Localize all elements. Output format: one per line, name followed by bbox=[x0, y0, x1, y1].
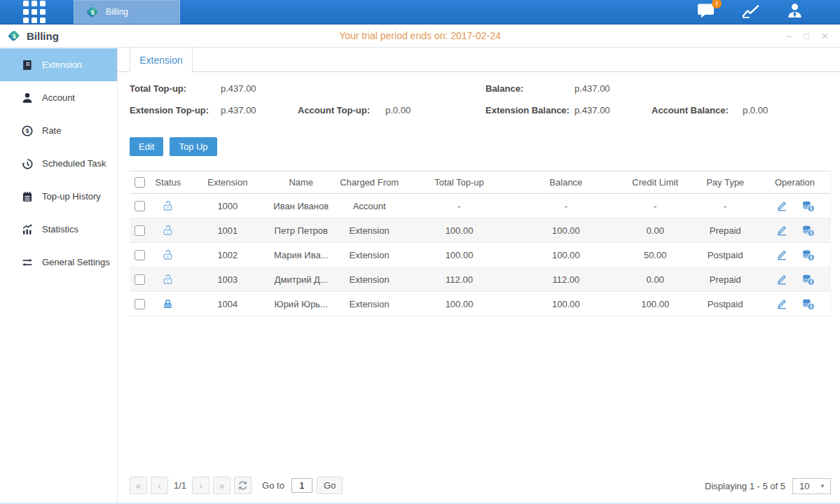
last-page-button[interactable]: » bbox=[213, 477, 230, 494]
select-all-checkbox[interactable] bbox=[135, 177, 145, 188]
col-status: Status bbox=[151, 177, 186, 188]
top-up-row-icon[interactable]: $ bbox=[801, 248, 815, 262]
edit-row-icon[interactable] bbox=[775, 297, 789, 311]
row-checkbox[interactable] bbox=[135, 225, 145, 236]
edit-row-icon[interactable] bbox=[775, 272, 789, 286]
sidebar-item-topup-history[interactable]: Top-up History bbox=[0, 180, 117, 213]
tab-label: Extension bbox=[139, 55, 182, 66]
sidebar-item-account[interactable]: Account bbox=[0, 81, 117, 114]
toolbar: Edit Top Up bbox=[130, 137, 840, 156]
table-row: 1003 Дмитрий Д... Extension 112.00 112.0… bbox=[130, 267, 830, 292]
cell-charged-from: Account bbox=[333, 201, 406, 211]
top-up-row-icon[interactable]: $ bbox=[801, 297, 815, 312]
sidebar-item-general-settings[interactable]: General Settings bbox=[0, 246, 117, 279]
extension-page: Extension Total Top-up: p.437.00 Balance… bbox=[118, 48, 840, 503]
taskbar-billing-app[interactable]: $ Billing bbox=[74, 0, 180, 24]
go-button[interactable]: Go bbox=[317, 477, 343, 494]
first-page-button[interactable]: « bbox=[130, 477, 147, 494]
table-row: 1000 Иван Иванов Account - - - - bbox=[130, 194, 830, 218]
cell-pay-type: Prepaid bbox=[691, 274, 759, 285]
minimize-icon[interactable]: – bbox=[787, 31, 792, 41]
cell-balance: - bbox=[512, 201, 619, 211]
col-pay-type: Pay Type bbox=[691, 177, 759, 188]
sidebar-item-extension[interactable]: Extension bbox=[0, 48, 117, 81]
edit-button[interactable]: Edit bbox=[130, 137, 163, 156]
user-account-icon[interactable] bbox=[786, 2, 804, 22]
page-size-select[interactable]: 10 ▼ bbox=[792, 478, 831, 494]
sidebar-item-label: General Settings bbox=[42, 257, 110, 267]
svg-text:$: $ bbox=[809, 304, 812, 309]
cell-credit-limit: 50.00 bbox=[619, 250, 691, 260]
system-topbar: $ Billing ! bbox=[0, 0, 840, 24]
row-checkbox[interactable] bbox=[135, 299, 145, 309]
table-header-row: Status Extension Name Charged From Total… bbox=[130, 171, 830, 194]
sidebar: Extension Account $ Rate bbox=[0, 48, 118, 503]
cell-balance: 112.00 bbox=[512, 274, 619, 285]
total-topup-label: Total Top-up: bbox=[130, 83, 186, 94]
top-up-row-icon[interactable]: $ bbox=[801, 223, 815, 238]
sidebar-item-label: Extension bbox=[42, 59, 82, 70]
pagination: « ‹ 1/1 › » Go to Go bbox=[130, 477, 343, 494]
page-size-value: 10 bbox=[799, 481, 809, 491]
sidebar-item-label: Statistics bbox=[42, 224, 78, 234]
row-checkbox[interactable] bbox=[135, 250, 145, 260]
window-titlebar: $ Billing Your trial period ends on: 201… bbox=[0, 24, 840, 48]
cell-extension: 1001 bbox=[186, 225, 270, 236]
table-row: 1002 Мария Ива... Extension 100.00 100.0… bbox=[130, 243, 830, 267]
notifications-chat-icon[interactable]: ! bbox=[697, 3, 716, 22]
col-name: Name bbox=[270, 177, 333, 188]
svg-text:$: $ bbox=[91, 9, 95, 16]
sidebar-item-label: Top-up History bbox=[42, 191, 101, 202]
cell-extension: 1000 bbox=[186, 201, 270, 211]
sidebar-item-label: Scheduled Task bbox=[42, 158, 106, 169]
maximize-icon[interactable]: □ bbox=[804, 31, 809, 41]
balance-value: p.437.00 bbox=[574, 83, 610, 94]
window-title: Billing bbox=[27, 30, 59, 42]
next-page-button[interactable]: › bbox=[192, 477, 209, 494]
cell-name: Юрий Юрь... bbox=[270, 299, 333, 309]
displaying-text: Displaying 1 - 5 of 5 bbox=[705, 481, 785, 491]
edit-row-icon[interactable] bbox=[775, 248, 789, 262]
sidebar-item-rate[interactable]: $ Rate bbox=[0, 114, 117, 147]
notification-badge: ! bbox=[712, 0, 722, 8]
svg-text:$: $ bbox=[809, 255, 812, 260]
account-topup-label: Account Top-up: bbox=[298, 105, 370, 115]
refresh-button[interactable] bbox=[234, 477, 252, 494]
cell-total-topup: - bbox=[406, 201, 513, 211]
row-checkbox[interactable] bbox=[135, 274, 145, 285]
trial-period-notice: Your trial period ends on: 2017-02-24 bbox=[339, 30, 501, 41]
table-row: 1001 Петр Петров Extension 100.00 100.00… bbox=[130, 218, 830, 243]
cell-charged-from: Extension bbox=[333, 299, 406, 309]
cell-name: Мария Ива... bbox=[270, 250, 333, 260]
extension-balance-value: p.437.00 bbox=[574, 105, 610, 115]
status-locked-icon bbox=[161, 298, 174, 311]
sidebar-item-statistics[interactable]: Statistics bbox=[0, 213, 117, 246]
goto-page-input[interactable] bbox=[291, 478, 312, 493]
cell-pay-type: Postpaid bbox=[691, 299, 759, 309]
monitor-chart-icon[interactable] bbox=[741, 2, 761, 22]
svg-text:$: $ bbox=[809, 206, 812, 211]
billing-diamond-icon: $ bbox=[7, 29, 21, 43]
edit-row-icon[interactable] bbox=[775, 199, 789, 213]
col-operation: Operation bbox=[759, 177, 830, 188]
topbar-icons: ! bbox=[697, 2, 804, 22]
top-up-button[interactable]: Top Up bbox=[170, 137, 216, 156]
tab-extension[interactable]: Extension bbox=[130, 48, 193, 72]
sidebar-item-scheduled-task[interactable]: Scheduled Task bbox=[0, 147, 117, 180]
statistics-chart-icon bbox=[21, 223, 34, 236]
row-checkbox[interactable] bbox=[135, 201, 145, 211]
app-launcher-icon[interactable] bbox=[23, 1, 46, 23]
cell-name: Петр Петров bbox=[270, 225, 333, 236]
close-icon[interactable]: ✕ bbox=[821, 31, 829, 41]
extension-topup-label: Extension Top-up: bbox=[130, 105, 209, 115]
billing-diamond-icon: $ bbox=[85, 5, 99, 19]
top-up-row-icon[interactable]: $ bbox=[801, 199, 815, 214]
extension-table: Status Extension Name Charged From Total… bbox=[130, 171, 831, 316]
edit-row-icon[interactable] bbox=[775, 223, 789, 237]
cell-credit-limit: - bbox=[619, 201, 691, 211]
cell-name: Иван Иванов bbox=[270, 201, 333, 211]
prev-page-button[interactable]: ‹ bbox=[151, 477, 168, 494]
cell-charged-from: Extension bbox=[333, 274, 406, 285]
top-up-row-icon[interactable]: $ bbox=[801, 272, 815, 287]
col-balance: Balance bbox=[512, 177, 619, 188]
